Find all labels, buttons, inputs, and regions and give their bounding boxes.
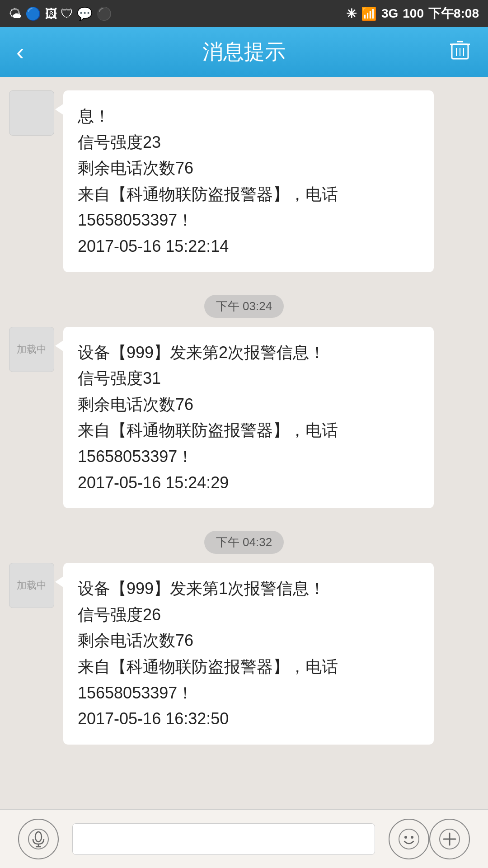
emoji-button[interactable] <box>389 819 429 859</box>
back-button[interactable]: ‹ <box>16 40 24 64</box>
message-bubble-1: 设备【999】发来第2次报警信息！ 信号强度31 剩余电话次数76 来自【科通物… <box>63 327 434 509</box>
add-icon <box>438 828 461 850</box>
message-content-1: 设备【999】发来第2次报警信息！ 信号强度31 剩余电话次数76 来自【科通物… <box>78 343 338 492</box>
message-input[interactable] <box>72 823 375 855</box>
message-content: 息！ 信号强度23 剩余电话次数76 来自【科通物联防盗报警器】，电话15658… <box>78 107 338 255</box>
avatar-1: 加载中 <box>9 327 54 372</box>
trash-icon <box>448 38 472 61</box>
wifi-icon: 📶 <box>361 6 377 21</box>
message-row: 息！ 信号强度23 剩余电话次数76 来自【科通物联防盗报警器】，电话15658… <box>9 90 479 272</box>
avatar-label-1: 加载中 <box>17 343 47 356</box>
message-row-1: 加载中 设备【999】发来第2次报警信息！ 信号强度31 剩余电话次数76 来自… <box>9 327 479 509</box>
emoji-icon <box>398 828 420 850</box>
signal-label: 3G <box>381 6 398 21</box>
timestamp-badge-2: 下午 04:32 <box>204 531 284 554</box>
message-row-2: 加载中 设备【999】发来第1次报警信息！ 信号强度26 剩余电话次数76 来自… <box>9 563 479 745</box>
message-bubble-2: 设备【999】发来第1次报警信息！ 信号强度26 剩余电话次数76 来自【科通物… <box>63 563 434 745</box>
svg-point-10 <box>399 829 419 849</box>
page-title: 消息提示 <box>202 38 286 66</box>
delete-button[interactable] <box>448 38 472 66</box>
bluetooth-icon: ✳ <box>346 6 357 21</box>
time-label: 下午8:08 <box>428 5 479 22</box>
avatar-2: 加载中 <box>9 563 54 608</box>
message-bubble: 息！ 信号强度23 剩余电话次数76 来自【科通物联防盗报警器】，电话15658… <box>63 90 434 272</box>
timestamp-row-1: 下午 03:24 <box>9 295 479 318</box>
bottom-bar <box>0 809 488 868</box>
status-bar: 🌤 🔵 🖼 🛡 💬 ⚫ ✳ 📶 3G 100 下午8:08 <box>0 0 488 27</box>
message-content-2: 设备【999】发来第1次报警信息！ 信号强度26 剩余电话次数76 来自【科通物… <box>78 579 338 728</box>
chat-area: 息！ 信号强度23 剩余电话次数76 来自【科通物联防盗报警器】，电话15658… <box>0 77 488 809</box>
status-bar-right: ✳ 📶 3G 100 下午8:08 <box>346 5 479 22</box>
timestamp-badge-1: 下午 03:24 <box>204 295 284 318</box>
voice-button[interactable] <box>18 819 59 859</box>
notification-icons: 🌤 🔵 🖼 🛡 💬 ⚫ <box>9 6 112 21</box>
avatar <box>9 90 54 136</box>
add-button[interactable] <box>429 819 470 859</box>
nav-bar: ‹ 消息提示 <box>0 27 488 77</box>
status-bar-left: 🌤 🔵 🖼 🛡 💬 ⚫ <box>9 6 112 21</box>
timestamp-row-2: 下午 04:32 <box>9 531 479 554</box>
avatar-label-2: 加载中 <box>17 579 47 592</box>
svg-point-11 <box>404 836 407 839</box>
svg-point-7 <box>35 832 42 842</box>
svg-point-12 <box>411 836 413 839</box>
voice-icon <box>27 828 50 850</box>
battery-label: 100 <box>403 6 424 21</box>
